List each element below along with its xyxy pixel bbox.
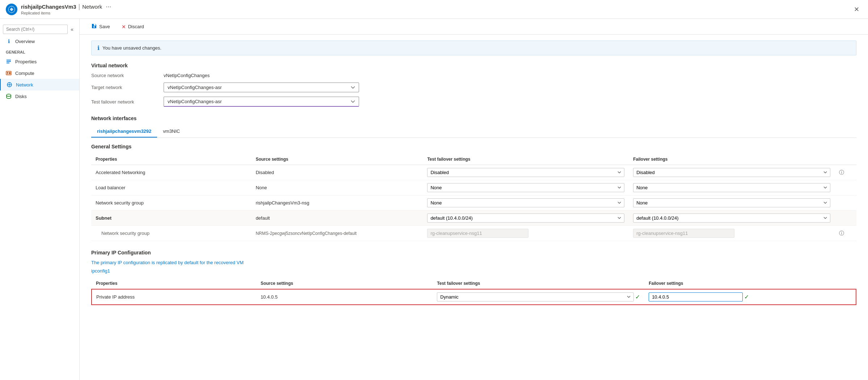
accel-networking-source: Disabled — [251, 165, 423, 180]
network-interfaces-section: Network interfaces rishjaiipchangesvm329… — [91, 115, 856, 305]
general-settings-title: General Settings — [91, 144, 856, 149]
network-label: Network — [16, 82, 33, 88]
lb-failover: None — [629, 180, 835, 195]
header-section: Network — [82, 4, 102, 10]
col-header-source: Source settings — [251, 154, 423, 165]
test-failover-network-row: Test failover network vNetIpConfigChange… — [91, 97, 856, 107]
nic-tabs: rishjaiipchangesvm3292 vm3NIC — [91, 126, 856, 138]
primary-ip-section: Primary IP Configuration The primary IP … — [91, 250, 856, 305]
svg-point-11 — [7, 94, 11, 96]
private-ip-source: 10.4.0.5 — [256, 289, 433, 305]
subnet-nsg-failover-value: rg-cleanupservice-nsg11 — [633, 229, 734, 238]
compute-label: Compute — [15, 71, 34, 76]
nsg-test-failover: None — [423, 195, 629, 211]
nsg-property: Network security group — [91, 195, 251, 211]
primary-ip-title: Primary IP Configuration — [91, 250, 856, 256]
lb-test-failover-dropdown[interactable]: None — [427, 183, 624, 192]
target-network-dropdown[interactable]: vNetIpConfigChanges-asr — [164, 83, 359, 92]
subnet-failover-dropdown[interactable]: default (10.4.0.0/24) — [633, 214, 830, 223]
subnet-nsg-info: ⓘ — [835, 226, 856, 241]
ipconfig-label[interactable]: ipconfig1 — [91, 268, 856, 274]
header-subtitle: Replicated items — [21, 11, 111, 16]
nsg-info-empty — [835, 195, 856, 211]
col-header-failover: Failover settings — [629, 154, 835, 165]
app-logo — [6, 4, 17, 15]
accel-networking-test-failover: Disabled Enabled — [423, 165, 629, 180]
sidebar-item-disks[interactable]: Disks — [0, 90, 79, 102]
subnet-source: default — [251, 211, 423, 226]
target-network-label: Target network — [91, 85, 164, 90]
accel-networking-failover-dropdown[interactable]: Disabled Enabled — [633, 168, 830, 177]
svg-rect-6 — [9, 72, 10, 74]
sidebar-item-compute[interactable]: Compute — [0, 67, 79, 79]
properties-label: Properties — [15, 59, 37, 64]
discard-label: Discard — [128, 24, 144, 29]
tab-nic2[interactable]: vm3NIC — [157, 126, 186, 138]
subnet-nsg-test-failover: rg-cleanupservice-nsg11 — [423, 226, 629, 241]
primary-ip-note-link[interactable]: The primary IP configuration — [91, 260, 150, 265]
subnet-nsg-property: Network security group — [91, 226, 251, 241]
lb-failover-dropdown[interactable]: None — [633, 183, 830, 192]
accel-networking-failover: Disabled Enabled — [629, 165, 835, 180]
close-button[interactable]: ✕ — [851, 4, 862, 15]
accel-networking-info: ⓘ — [835, 165, 856, 180]
general-section-label: General — [0, 47, 79, 56]
overview-label: Overview — [15, 39, 35, 44]
private-ip-test-failover-dropdown[interactable]: Dynamic Static — [437, 292, 634, 301]
table-row: Network security group NRMS-2pecgwj5zson… — [91, 226, 856, 241]
lb-source: None — [251, 180, 423, 195]
tab-nic1[interactable]: rishjaiipchangesvm3292 — [91, 126, 157, 138]
col-header-properties: Properties — [91, 154, 251, 165]
nsg-test-failover-dropdown[interactable]: None — [427, 198, 624, 207]
primary-ip-note: The primary IP configuration is replicat… — [91, 260, 856, 265]
subnet-failover: default (10.4.0.0/24) — [629, 211, 835, 226]
nsg-source: rishjailpChangesVm3-nsg — [251, 195, 423, 211]
table-row: Private IP address 10.4.0.5 Dynamic Stat… — [92, 289, 856, 305]
discard-icon: ✕ — [122, 24, 126, 30]
properties-icon — [6, 59, 12, 64]
subnet-nsg-test-failover-value: rg-cleanupservice-nsg11 — [427, 229, 528, 238]
failover-check-icon: ✓ — [744, 294, 749, 300]
save-button[interactable]: Save — [88, 22, 113, 31]
accel-networking-property: Accelerated Networking — [91, 165, 251, 180]
private-ip-failover-input[interactable] — [649, 292, 743, 301]
svg-rect-3 — [7, 63, 9, 63]
vm-name: rishjailpChangesVm3 — [21, 4, 76, 10]
subnet-test-failover: default (10.4.0.0/24) — [423, 211, 629, 226]
sidebar-item-properties[interactable]: Properties — [0, 56, 79, 67]
lb-test-failover: None — [423, 180, 629, 195]
more-menu-icon[interactable]: ··· — [106, 3, 111, 11]
info-banner: ℹ You have unsaved changes. — [91, 41, 856, 55]
disks-icon — [6, 93, 12, 99]
general-settings-table: Properties Source settings Test failover… — [91, 154, 856, 241]
discard-button[interactable]: ✕ Discard — [119, 22, 147, 31]
svg-rect-7 — [7, 73, 8, 74]
save-label: Save — [99, 24, 110, 29]
test-failover-network-dropdown[interactable]: vNetIpConfigChanges-asr — [164, 97, 359, 107]
nsg-failover-dropdown[interactable]: None — [633, 198, 830, 207]
subnet-info-empty — [835, 211, 856, 226]
overview-icon: ℹ — [6, 38, 12, 44]
save-icon — [91, 23, 97, 30]
accel-networking-test-failover-dropdown[interactable]: Disabled Enabled — [427, 168, 624, 177]
virtual-network-section: Virtual network Source network vNetIpCon… — [91, 63, 856, 107]
accel-networking-info-btn[interactable]: ⓘ — [839, 169, 844, 176]
lb-property: Load balancer — [91, 180, 251, 195]
ip-col-header-failover: Failover settings — [644, 278, 856, 289]
disks-label: Disks — [15, 94, 27, 99]
col-header-info — [835, 154, 856, 165]
search-input[interactable] — [3, 25, 68, 34]
lb-info-empty — [835, 180, 856, 195]
subnet-nsg-source: NRMS-2pecgwj5zsoncvNetIpConfigChanges-de… — [251, 226, 423, 241]
collapse-button[interactable]: « — [68, 25, 76, 34]
sidebar-item-network[interactable]: Network — [0, 79, 79, 90]
subnet-test-failover-dropdown[interactable]: default (10.4.0.0/24) — [427, 214, 624, 223]
primary-ip-table: Properties Source settings Test failover… — [91, 278, 856, 305]
target-network-row: Target network vNetIpConfigChanges-asr — [91, 83, 856, 92]
sidebar-item-overview[interactable]: ℹ Overview — [0, 35, 79, 47]
info-banner-text: You have unsaved changes. — [102, 45, 161, 51]
svg-rect-2 — [7, 61, 11, 62]
subnet-nsg-info-btn[interactable]: ⓘ — [839, 230, 844, 237]
source-network-value: vNetIpConfigChanges — [164, 73, 210, 78]
sidebar: « ℹ Overview General Properties — [0, 19, 80, 380]
